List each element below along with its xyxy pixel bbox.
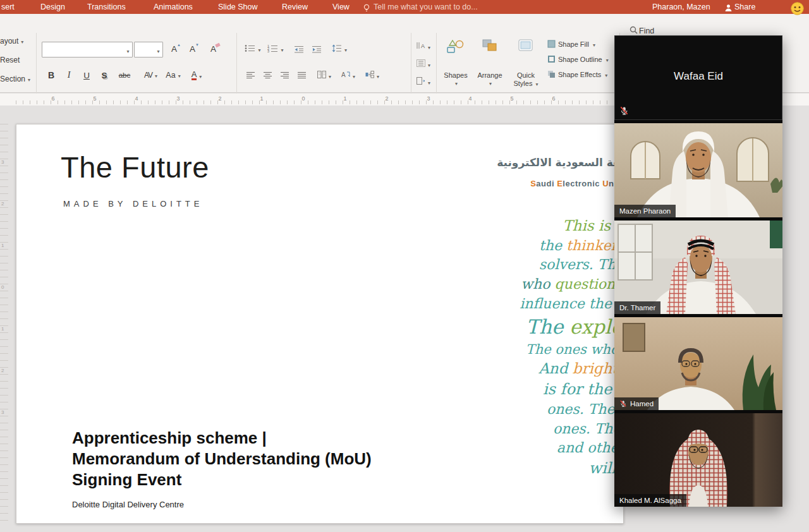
tell-me-box[interactable]: Tell me what you want to do... [374,0,478,14]
group-separator [36,33,37,101]
ruler-ticks [16,100,610,104]
shape-effects-button[interactable]: Shape Effects [547,68,618,81]
account-user-name[interactable]: Pharaon, Mazen [652,0,710,14]
layout-button[interactable]: ayout [0,35,23,47]
text-direction-button[interactable]: A [338,67,359,83]
participant-video [614,317,782,410]
align-right-button[interactable] [277,67,293,83]
shrink-font-button[interactable]: A▼ [184,42,201,56]
text-direction-stack-button[interactable]: A [413,39,434,53]
grow-font-button[interactable]: A▲ [166,42,183,56]
participant-video [614,221,782,314]
underline-button[interactable]: U [78,67,95,83]
align-center-button[interactable] [260,67,276,83]
change-case-button[interactable]: Aa [163,67,183,83]
numbering-icon: 123 [267,44,278,54]
smiley-reaction-icon[interactable] [791,2,804,18]
shapes-icon [447,38,465,56]
shape-fill-icon [547,40,556,49]
reset-button[interactable]: Reset [0,54,20,66]
increase-indent-button[interactable] [308,42,325,56]
ruler-number: 1 [260,95,263,102]
ruler-number: 5 [93,95,96,102]
powerpoint-window: sert Design Transitions Animations Slide… [0,0,809,532]
svg-text:A: A [421,43,425,49]
clear-formatting-button[interactable]: A [205,42,222,56]
ruler-number: 1 [1,326,4,332]
shape-fill-button[interactable]: Shape Fill [547,38,618,51]
insert-placeholder-button[interactable] [413,75,434,88]
align-text-button[interactable] [413,57,434,71]
font-color-button[interactable]: A [186,67,207,83]
participant-name: Hamed [630,399,654,408]
font-name-combobox[interactable] [42,42,133,57]
arrange-button[interactable]: Arrange [474,35,506,90]
numbering-button[interactable]: 123 [265,42,286,56]
bold-button[interactable]: B [43,67,59,83]
ribbon-tab-bar: sert Design Transitions Animations Slide… [0,0,809,14]
ruler-number: 3 [1,159,4,165]
handwriting-segment: The [526,315,569,338]
participant-video [614,413,782,507]
slide-canvas[interactable]: The Future MADE BY DELOITTE الجامعة السع… [16,124,624,524]
handwriting-segment: And [538,360,572,377]
participant-name: Dr. Thamer [619,303,655,312]
align-center-icon [264,71,272,79]
tab-review[interactable]: Review [282,0,308,14]
align-left-button[interactable] [243,67,259,83]
logo-text-segment: lectronic [563,179,602,188]
group-separator [436,33,437,101]
tab-design[interactable]: Design [40,0,65,14]
ruler-number: 5 [510,95,513,102]
quick-styles-icon [518,38,534,55]
columns-button[interactable] [313,67,335,83]
participant-tile-hamed[interactable]: Hamed [614,317,782,410]
participant-tile-mazen[interactable]: Mazen Pharaon [614,123,782,217]
tab-insert[interactable]: sert [1,0,15,14]
character-spacing-button[interactable]: AV [140,67,161,83]
bullets-button[interactable] [243,42,263,56]
logo-text-segment: audi [536,179,557,188]
handwriting-segment: ones. The [547,401,619,417]
text-direction-icon: A [341,71,350,80]
participant-tile-khaled[interactable]: Khaled M. AlSagga [614,413,782,507]
participant-tile-wafaa[interactable]: Wafaa Eid [614,35,782,120]
event-title-line: Memorandum of Understanding (MoU) [72,449,372,469]
logo-text-segment: U [602,179,609,188]
event-title-text: Apprenticeship scheme | Memorandum of Un… [72,428,372,490]
ruler-number: 3 [176,95,179,102]
justify-button[interactable] [294,67,310,83]
tab-transitions[interactable]: Transitions [87,0,126,14]
decrease-indent-button[interactable] [291,42,307,56]
tab-slide-show[interactable]: Slide Show [218,0,258,14]
vertical-text-icon: A [417,42,425,51]
participant-name-tag: Mazen Pharaon [614,205,676,217]
font-name-input[interactable] [44,43,126,57]
columns-icon [317,71,326,80]
participant-tile-thamer[interactable]: Dr. Thamer [614,221,782,314]
line-spacing-button[interactable] [329,42,350,56]
ruler-number: 0 [301,95,305,102]
section-button[interactable]: Section [0,73,30,85]
align-text-icon [417,59,425,69]
ruler-number: 6 [552,95,555,102]
quick-styles-button[interactable]: Quick Styles [508,35,544,90]
bullets-icon [245,44,255,54]
meeting-panel[interactable]: Wafaa Eid [614,35,782,507]
italic-button[interactable]: I [61,67,77,83]
convert-to-smartart-button[interactable] [362,67,383,83]
shapes-button[interactable]: Shapes [440,35,471,90]
text-shadow-button[interactable]: S [96,67,113,83]
tab-view[interactable]: View [332,0,350,14]
arrange-icon [482,38,498,55]
slide-title-text: The Future [61,150,209,184]
strikethrough-button[interactable]: abc [114,67,135,83]
vertical-ruler: 3210123 [0,124,8,522]
shape-outline-button[interactable]: Shape Outline [547,53,618,66]
svg-text:3: 3 [267,49,269,52]
font-size-combobox[interactable] [134,42,163,57]
ruler-number: 1 [1,243,4,248]
share-button[interactable]: Share [734,0,755,14]
muted-mic-icon [619,106,629,116]
tab-animations[interactable]: Animations [154,0,193,14]
